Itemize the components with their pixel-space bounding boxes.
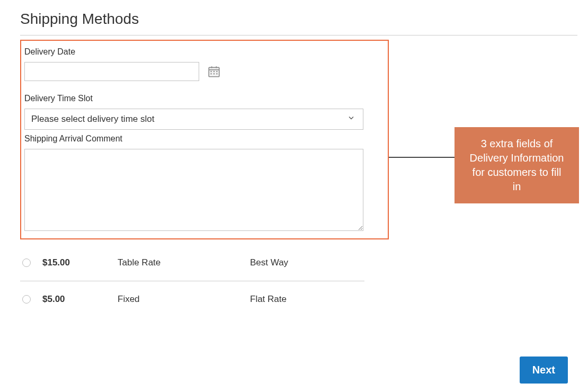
page-title: Shipping Methods — [20, 11, 577, 28]
time-slot-selected-value: Please select delivery time slot — [31, 114, 154, 124]
shipping-method-carrier: Best Way — [250, 257, 288, 268]
shipping-method-radio[interactable] — [22, 295, 31, 304]
svg-rect-4 — [211, 71, 212, 72]
main-content: Delivery Date — [20, 40, 577, 313]
shipping-method-rate: Table Rate — [118, 257, 250, 268]
shipping-method-carrier: Flat Rate — [250, 294, 287, 305]
calendar-icon[interactable] — [207, 64, 221, 79]
callout-connector-line — [389, 157, 455, 158]
time-slot-select[interactable]: Please select delivery time slot — [24, 109, 363, 130]
svg-rect-6 — [216, 71, 217, 72]
left-column: Delivery Date — [20, 40, 389, 313]
shipping-method-price: $5.00 — [42, 294, 118, 305]
time-slot-label: Delivery Time Slot — [24, 94, 385, 103]
shipping-method-price: $15.00 — [42, 257, 118, 268]
svg-rect-7 — [211, 73, 212, 74]
method-divider — [20, 281, 364, 281]
chevron-down-icon — [347, 114, 355, 125]
svg-rect-8 — [213, 73, 215, 74]
shipping-comment-textarea[interactable] — [24, 149, 363, 231]
title-divider — [20, 35, 577, 35]
svg-rect-9 — [216, 73, 217, 74]
shipping-method-radio[interactable] — [22, 259, 31, 267]
svg-rect-5 — [213, 71, 215, 72]
delivery-date-label: Delivery Date — [24, 47, 385, 57]
shipping-method-rate: Fixed — [118, 294, 250, 305]
delivery-date-input[interactable] — [24, 62, 199, 81]
shipping-method-row[interactable]: $15.00 Table Rate Best Way — [20, 249, 364, 277]
comment-label: Shipping Arrival Comment — [24, 134, 385, 144]
delivery-info-highlight-box: Delivery Date — [20, 40, 389, 239]
time-slot-select-wrap: Please select delivery time slot — [24, 109, 385, 130]
delivery-date-row — [24, 62, 385, 81]
shipping-methods-list: $15.00 Table Rate Best Way $5.00 Fixed F… — [20, 249, 364, 313]
annotation-callout: 3 extra fields of Delivery Information f… — [455, 127, 579, 203]
next-button[interactable]: Next — [520, 357, 568, 384]
shipping-method-row[interactable]: $5.00 Fixed Flat Rate — [20, 286, 364, 313]
